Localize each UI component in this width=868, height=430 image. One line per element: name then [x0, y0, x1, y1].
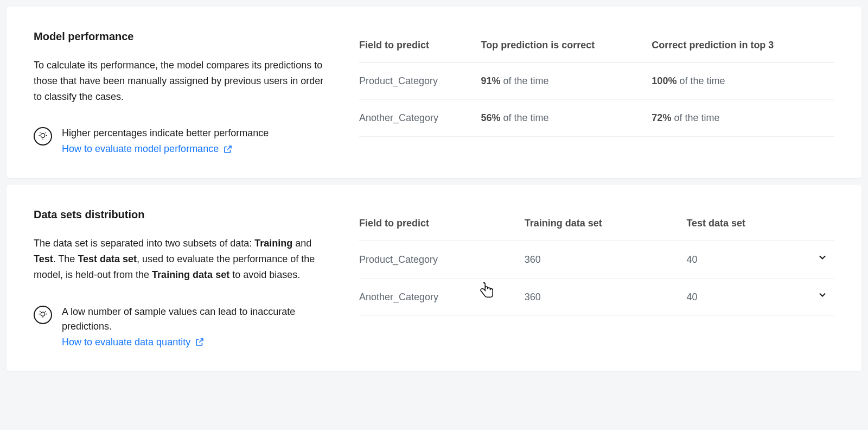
external-link-icon	[223, 144, 233, 154]
model-performance-tip-text: Higher percentages indicate better perfo…	[62, 126, 269, 141]
table-header-expand	[813, 206, 834, 241]
top-prediction-cell: 56% of the time	[481, 100, 652, 137]
svg-line-5	[46, 132, 46, 133]
model-performance-table: Field to predict Top prediction is corre…	[359, 28, 834, 137]
table-row: Product_Category 91% of the time 100% of…	[359, 63, 834, 100]
data-sets-tip: A low number of sample values can lead t…	[34, 305, 327, 350]
svg-line-10	[40, 311, 40, 312]
train-cell: 360	[525, 241, 687, 279]
model-performance-description: To calculate its performance, the model …	[34, 58, 327, 104]
data-sets-title: Data sets distribution	[34, 206, 327, 223]
model-performance-card: Model performance To calculate its perfo…	[7, 7, 861, 178]
lightbulb-icon	[34, 127, 52, 146]
top-prediction-cell: 91% of the time	[481, 63, 652, 100]
data-sets-card: Data sets distribution The data set is s…	[7, 185, 861, 371]
model-performance-tip: Higher percentages indicate better perfo…	[34, 126, 327, 156]
table-header: Field to predict	[359, 206, 525, 241]
table-header: Top prediction is correct	[481, 28, 652, 63]
field-cell: Product_Category	[359, 241, 525, 279]
evaluate-model-performance-link[interactable]: How to evaluate model performance	[62, 142, 233, 156]
field-cell: Product_Category	[359, 63, 481, 100]
svg-line-11	[46, 311, 46, 312]
data-sets-left: Data sets distribution The data set is s…	[34, 206, 327, 349]
model-performance-title: Model performance	[34, 28, 327, 45]
table-row: Another_Category 56% of the time 72% of …	[359, 100, 834, 137]
svg-point-0	[41, 134, 45, 138]
link-label: How to evaluate model performance	[62, 142, 219, 156]
svg-line-4	[40, 132, 40, 133]
chevron-down-icon[interactable]	[817, 289, 828, 300]
data-sets-tip-text: A low number of sample values can lead t…	[62, 305, 327, 334]
data-sets-table: Field to predict Training data set Test …	[359, 206, 834, 316]
field-cell: Another_Category	[359, 100, 481, 137]
top3-prediction-cell: 72% of the time	[652, 100, 834, 137]
link-label: How to evaluate data quantity	[62, 335, 190, 350]
data-sets-table-wrap: Field to predict Training data set Test …	[359, 206, 834, 349]
top3-prediction-cell: 100% of the time	[652, 63, 834, 100]
test-cell: 40	[686, 241, 813, 279]
external-link-icon	[195, 337, 205, 347]
model-performance-table-wrap: Field to predict Top prediction is corre…	[359, 28, 834, 156]
table-row[interactable]: Another_Category 360 40	[359, 279, 834, 316]
field-cell: Another_Category	[359, 279, 525, 316]
lightbulb-icon	[34, 306, 52, 324]
model-performance-left: Model performance To calculate its perfo…	[34, 28, 327, 156]
table-header: Correct prediction in top 3	[652, 28, 834, 63]
chevron-down-icon[interactable]	[817, 252, 828, 263]
evaluate-data-quantity-link[interactable]: How to evaluate data quantity	[62, 335, 205, 350]
data-sets-description: The data set is separated into two subse…	[34, 236, 327, 282]
table-header: Field to predict	[359, 28, 481, 63]
svg-point-6	[41, 312, 45, 317]
table-row[interactable]: Product_Category 360 40	[359, 241, 834, 279]
table-header: Training data set	[525, 206, 687, 241]
train-cell: 360	[525, 279, 687, 316]
table-header: Test data set	[686, 206, 813, 241]
test-cell: 40	[686, 279, 813, 316]
